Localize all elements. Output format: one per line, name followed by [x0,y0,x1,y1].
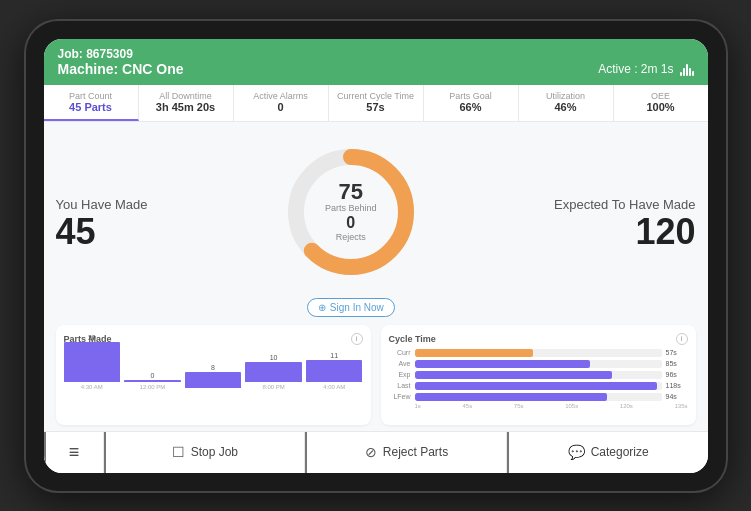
made-metric: You Have Made 45 [56,197,148,252]
cycle-chart-title: Cycle Time [389,334,436,344]
stat-oee[interactable]: OEE 100% [614,85,708,121]
stat-utilization[interactable]: Utilization 46% [519,85,614,121]
expected-label: Expected To Have Made [554,197,695,212]
stat-cycle-time[interactable]: Current Cycle Time 57s [329,85,424,121]
rejects-label: Rejects [325,232,377,242]
stat-alarms[interactable]: Active Alarms 0 [234,85,329,121]
donut-area: 75 Parts Behind 0 Rejects ⊕ Sign In Now [271,132,431,317]
bar-group-5: 11 4:00 AM [306,352,363,390]
parts-made-chart: Parts Made i 20 4:30 AM 0 12:00 PM [56,325,371,425]
reject-parts-label: Reject Parts [383,445,448,459]
bar-group-4: 10 8:00 PM [245,354,302,390]
bar-group-1: 20 4:30 AM [64,334,121,390]
sign-in-button[interactable]: ⊕ Sign In Now [307,298,395,317]
metrics-row: You Have Made 45 75 [56,132,696,317]
status-label: Active : 2m 1s [598,62,693,76]
made-value: 45 [56,212,148,252]
machine-label: Machine: CNC One [58,61,184,77]
sign-in-label: Sign In Now [330,302,384,313]
parts-chart-info-icon[interactable]: i [351,333,363,345]
parts-behind-label: Parts Behind [325,203,377,213]
charts-row: Parts Made i 20 4:30 AM 0 12:00 PM [56,325,696,425]
stat-downtime[interactable]: All Downtime 3h 45m 20s [139,85,234,121]
main-content: You Have Made 45 75 [44,122,708,431]
footer-actions: ≡ ☐ Stop Job ⊘ Reject Parts 💬 Categorize [44,431,708,473]
cycle-row-lfew: LFew 94s [389,393,688,401]
bar-chart: 20 4:30 AM 0 12:00 PM 8 [64,349,363,404]
job-label: Job: 8675309 [58,47,694,61]
categorize-label: Categorize [591,445,649,459]
stat-parts-goal[interactable]: Parts Goal 66% [424,85,519,121]
sign-in-icon: ⊕ [318,302,326,313]
header: Job: 8675309 Machine: CNC One Active : 2… [44,39,708,85]
cycle-chart-info-icon[interactable]: i [676,333,688,345]
donut-center: 75 Parts Behind 0 Rejects [325,181,377,242]
reject-parts-icon: ⊘ [365,444,377,460]
bar-group-3: 8 [185,364,242,390]
cycle-row-exp: Exp 96s [389,371,688,379]
menu-button[interactable]: ≡ [44,432,104,473]
cycle-time-chart: Cycle Time i Curr 57s Ave [381,325,696,425]
bar-group-2: 0 12:00 PM [124,372,181,390]
categorize-button[interactable]: 💬 Categorize [507,432,708,473]
screen: Job: 8675309 Machine: CNC One Active : 2… [44,39,708,473]
cycle-bars: Curr 57s Ave 85s [389,349,688,401]
stop-job-icon: ☐ [172,444,185,460]
tablet-frame: Job: 8675309 Machine: CNC One Active : 2… [26,21,726,491]
wave-icon [680,62,694,76]
donut-chart: 75 Parts Behind 0 Rejects [271,132,431,292]
stop-job-button[interactable]: ☐ Stop Job [104,432,306,473]
cycle-row-ave: Ave 85s [389,360,688,368]
expected-value: 120 [554,212,695,252]
rejects-value: 0 [325,213,377,232]
parts-behind-value: 75 [325,181,377,203]
reject-parts-button[interactable]: ⊘ Reject Parts [305,432,507,473]
stats-bar: Part Count 45 Parts All Downtime 3h 45m … [44,85,708,122]
cycle-row-curr: Curr 57s [389,349,688,357]
menu-icon: ≡ [69,442,80,463]
stop-job-label: Stop Job [191,445,238,459]
categorize-icon: 💬 [568,444,585,460]
cycle-x-axis: 1s 45s 75s 105s 120s 135s [389,403,688,409]
cycle-row-last: Last 118s [389,382,688,390]
stat-part-count[interactable]: Part Count 45 Parts [44,85,139,121]
made-label: You Have Made [56,197,148,212]
expected-metric: Expected To Have Made 120 [554,197,695,252]
